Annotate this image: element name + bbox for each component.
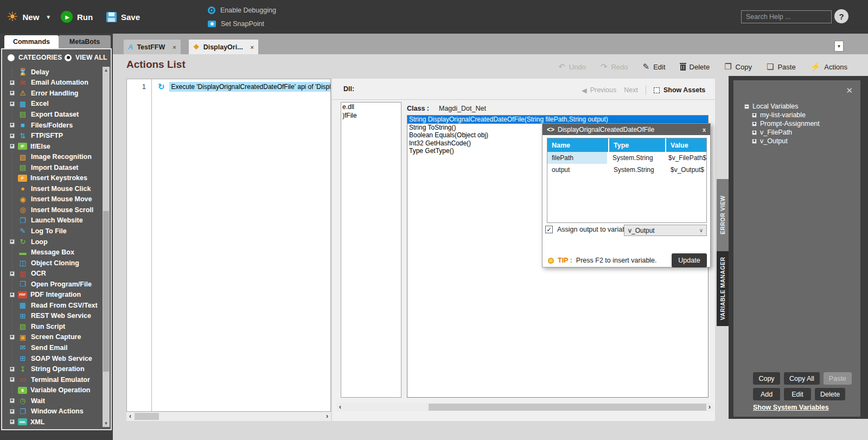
sidebar-item-message-box[interactable]: ▬Message Box	[3, 247, 102, 258]
variable-item-v-filepath[interactable]: +v_FilePath	[752, 128, 820, 137]
variable-select[interactable]: v_Output ∨	[624, 225, 707, 236]
sidebar-item-object-cloning[interactable]: ◫Object Cloning	[3, 258, 102, 269]
sidebar-item-email-automation[interactable]: +✉Email Automation	[3, 78, 102, 88]
close-icon[interactable]: ×	[173, 44, 176, 50]
sidebar-item-window-actions[interactable]: +❐Window Actions	[3, 406, 102, 417]
sidebar-item-ocr[interactable]: +▥OCR	[3, 268, 102, 279]
expand-plus-icon[interactable]: +	[10, 398, 15, 403]
sidebar-item-terminal-emulator[interactable]: +▭Terminal Emulator	[3, 374, 102, 385]
sidebar-item-insert-keystrokes[interactable]: FInsert Keystrokes	[3, 173, 102, 183]
assign-output-checkbox[interactable]: ✓	[545, 226, 553, 233]
expand-plus-icon[interactable]: +	[10, 292, 15, 297]
close-icon[interactable]: ×	[251, 44, 254, 50]
parameter-row[interactable]: filePathSystem.String$v_FilePath$	[547, 152, 706, 164]
expand-plus-icon[interactable]: +	[10, 367, 15, 372]
variable-item-v-output[interactable]: +v_Output	[752, 137, 820, 145]
expand-plus-icon[interactable]: +	[752, 139, 757, 144]
help-button[interactable]: ?	[834, 9, 848, 23]
scroll-left-icon[interactable]: ‹	[129, 412, 131, 420]
sidebar-item-launch-website[interactable]: ❐Launch Website	[3, 215, 102, 226]
expand-plus-icon[interactable]: +	[10, 123, 15, 127]
new-button[interactable]: ☀ New ▼	[7, 0, 51, 34]
tab-variable-manager[interactable]: VARIABLE MANAGER	[717, 251, 729, 326]
expand-plus-icon[interactable]: +	[10, 239, 15, 244]
expand-plus-icon[interactable]: +	[10, 144, 15, 149]
enable-debugging-button[interactable]: Enable Debugging	[208, 3, 276, 17]
sidebar-item-export-dataset[interactable]: ▤Export Dataset	[3, 109, 102, 120]
sidebar-item-log-to-file[interactable]: ✎Log To File	[3, 226, 102, 237]
sidebar-item-screen-capture[interactable]: +▣Screen Capture	[3, 332, 102, 343]
collapse-minus-icon[interactable]: −	[744, 104, 749, 109]
dll-file-list[interactable]: e.dll)fFile	[341, 102, 401, 398]
actions-button[interactable]: ⚡Actions	[810, 62, 847, 72]
variable-item-prompt-assignment[interactable]: +Prompt-Assignment	[752, 119, 820, 128]
paste-button[interactable]: ❏Paste	[767, 62, 796, 72]
expand-plus-icon[interactable]: +	[10, 80, 15, 85]
close-icon[interactable]: x	[703, 126, 706, 133]
delete-button[interactable]: Delete	[680, 63, 710, 71]
expand-plus-icon[interactable]: +	[752, 122, 757, 126]
edit-button[interactable]: Edit	[784, 388, 811, 400]
action-row-text[interactable]: Execute 'DisplayOrignalCreatedDateOfFile…	[169, 82, 330, 92]
expand-plus-icon[interactable]: +	[752, 113, 757, 118]
update-button[interactable]: Update	[672, 253, 707, 267]
search-help-input[interactable]	[742, 13, 835, 21]
set-snappoint-button[interactable]: Set SnapPoint	[208, 17, 276, 30]
expand-plus-icon[interactable]: +	[10, 271, 15, 276]
new-dropdown-caret[interactable]: ▼	[46, 14, 51, 20]
close-icon[interactable]: ✕	[846, 86, 853, 95]
sidebar-item-image-recognition[interactable]: ▧Image Recognition	[3, 151, 102, 162]
sidebar-tab-metabots[interactable]: MetaBots	[59, 35, 111, 48]
expand-plus-icon[interactable]: +	[10, 91, 15, 95]
sidebar-item-ftp-sftp[interactable]: +⇅FTP/SFTP	[3, 130, 102, 141]
sidebar-item-insert-mouse-click[interactable]: ●Insert Mouse Click	[3, 183, 102, 194]
expand-plus-icon[interactable]: +	[752, 130, 757, 135]
variable-item-my-list-variable[interactable]: +my-list-variable	[752, 111, 820, 119]
sidebar-item-insert-mouse-move[interactable]: ◉Insert Mouse Move	[3, 194, 102, 205]
categories-radio-circle[interactable]	[8, 54, 15, 61]
sidebar-tab-commands[interactable]: Commands	[4, 35, 59, 48]
run-button[interactable]: ▶ Run	[61, 0, 93, 34]
categories-radio[interactable]: CATEGORIES	[8, 54, 62, 61]
scroll-right-icon[interactable]: ›	[709, 403, 711, 411]
sidebar-item-send-email[interactable]: ✉Send Email	[3, 342, 102, 353]
sidebar-item-files-folders[interactable]: +■Files/Folders	[3, 120, 102, 131]
view-all-radio[interactable]: VIEW ALL	[65, 54, 107, 61]
dll-scroll-thumb[interactable]	[429, 404, 706, 411]
action-list-scroll-thumb[interactable]	[135, 413, 159, 420]
dialog-titlebar[interactable]: <> DisplayOrignalCreatedDateOfFile x	[542, 124, 710, 135]
sidebar-item-wait[interactable]: +◷Wait	[3, 396, 102, 406]
sidebar-item-delay[interactable]: ⌛Delay	[3, 67, 102, 78]
sidebar-item-rest-web-service[interactable]: ⊞REST Web Service	[3, 311, 102, 322]
dll-hscrollbar[interactable]: ‹ ›	[336, 403, 713, 411]
sidebar-item-loop[interactable]: +↻Loop	[3, 237, 102, 247]
action-row[interactable]: 1↻Execute 'DisplayOrignalCreatedDateOfFi…	[127, 81, 330, 92]
tab-error-view[interactable]: ERROR VIEW	[717, 179, 729, 251]
sidebar-item-soap-web-service[interactable]: ⊞SOAP Web Service	[3, 353, 102, 364]
expand-plus-icon[interactable]: +	[10, 101, 15, 106]
scroll-up-icon[interactable]: ▲	[103, 67, 110, 74]
sidebar-item-string-operation[interactable]: +↧String Operation	[3, 364, 102, 374]
sidebar-item-xml[interactable]: +XMLXML	[3, 417, 102, 427]
next-button[interactable]: Next	[624, 86, 638, 94]
sidebar-vertical-scrollbar[interactable]: ▲ ▼	[103, 67, 110, 427]
expand-plus-icon[interactable]: +	[10, 133, 15, 138]
show-system-variables-link[interactable]: Show System Variables	[753, 404, 829, 411]
show-assets-button[interactable]: Show Assets	[654, 86, 705, 94]
expand-plus-icon[interactable]: +	[10, 335, 15, 340]
tab-testffw[interactable]: A TestFFW ×	[124, 40, 181, 54]
param-value-cell[interactable]: $v_Output$	[666, 164, 706, 176]
sidebar-item-variable-operation[interactable]: $Variable Operation	[3, 385, 102, 396]
sidebar-scroll-thumb[interactable]	[103, 211, 109, 372]
param-name-cell[interactable]: output	[547, 164, 609, 176]
local-variables-root[interactable]: −Local Variables	[744, 102, 820, 111]
action-list-panel[interactable]: 1↻Execute 'DisplayOrignalCreatedDateOfFi…	[126, 79, 331, 412]
view-all-radio-circle[interactable]	[65, 54, 72, 61]
dll-file-item[interactable]: e.dll	[341, 103, 401, 111]
previous-button[interactable]: Previous	[590, 86, 617, 94]
scroll-left-icon[interactable]: ‹	[339, 403, 341, 411]
scroll-right-icon[interactable]: ›	[326, 412, 328, 420]
save-button[interactable]: Save	[106, 0, 140, 34]
param-value-cell[interactable]: $v_FilePath$	[664, 152, 706, 164]
tab-displayori[interactable]: ❖ DisplayOri... ×	[189, 40, 258, 54]
